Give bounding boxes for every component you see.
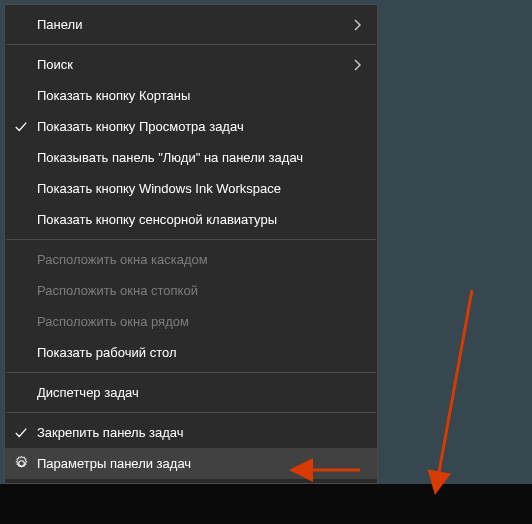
taskbar-context-menu: ПанелиПоискПоказать кнопку КортаныПоказа… [4, 4, 378, 484]
menu-item-label: Расположить окна стопкой [37, 283, 365, 298]
menu-item[interactable]: Диспетчер задач [5, 377, 377, 408]
menu-separator [6, 412, 376, 413]
menu-item: Расположить окна рядом [5, 306, 377, 337]
arrow-to-taskbar [436, 290, 472, 489]
menu-item-label: Показать кнопку Кортаны [37, 88, 365, 103]
chevron-right-icon [349, 19, 365, 31]
menu-item-label: Показать кнопку Windows Ink Workspace [37, 181, 365, 196]
menu-separator [6, 44, 376, 45]
menu-item-label: Диспетчер задач [37, 385, 365, 400]
menu-item: Расположить окна каскадом [5, 244, 377, 275]
menu-item[interactable]: Показать кнопку Windows Ink Workspace [5, 173, 377, 204]
menu-item-label: Расположить окна каскадом [37, 252, 365, 267]
menu-item[interactable]: Показывать панель "Люди" на панели задач [5, 142, 377, 173]
menu-item-label: Показать рабочий стол [37, 345, 365, 360]
menu-item-label: Панели [37, 17, 349, 32]
menu-item[interactable]: Показать кнопку Кортаны [5, 80, 377, 111]
chevron-right-icon [349, 59, 365, 71]
menu-item[interactable]: Параметры панели задач [5, 448, 377, 479]
menu-item-label: Расположить окна рядом [37, 314, 365, 329]
desktop-background: ПанелиПоискПоказать кнопку КортаныПоказа… [0, 0, 532, 524]
menu-item-label: Параметры панели задач [37, 456, 365, 471]
menu-item[interactable]: Показать кнопку сенсорной клавиатуры [5, 204, 377, 235]
menu-item-label: Показывать панель "Люди" на панели задач [37, 150, 365, 165]
menu-item[interactable]: Поиск [5, 49, 377, 80]
menu-item-label: Показать кнопку Просмотра задач [37, 119, 365, 134]
gear-icon [5, 456, 37, 471]
menu-item-label: Закрепить панель задач [37, 425, 365, 440]
menu-item[interactable]: Панели [5, 9, 377, 40]
menu-item-label: Поиск [37, 57, 349, 72]
menu-item-label: Показать кнопку сенсорной клавиатуры [37, 212, 365, 227]
check-icon [5, 120, 37, 134]
menu-item: Расположить окна стопкой [5, 275, 377, 306]
menu-item[interactable]: Показать кнопку Просмотра задач [5, 111, 377, 142]
menu-item[interactable]: Показать рабочий стол [5, 337, 377, 368]
taskbar[interactable] [0, 484, 532, 524]
menu-separator [6, 239, 376, 240]
menu-separator [6, 372, 376, 373]
check-icon [5, 426, 37, 440]
menu-item[interactable]: Закрепить панель задач [5, 417, 377, 448]
